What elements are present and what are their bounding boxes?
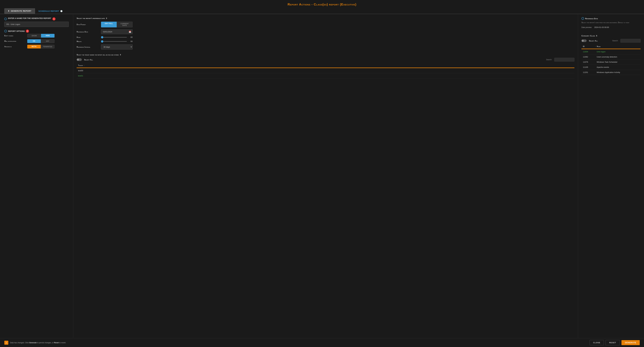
warning-icon: ⚠ bbox=[4, 341, 8, 345]
reset-button[interactable]: Reset bbox=[606, 340, 620, 345]
badge-1: 1 bbox=[52, 17, 56, 20]
schedule-icon: 🕐 bbox=[60, 10, 63, 12]
archive-tenants-btn[interactable]: Tenant(s) bbox=[41, 45, 54, 48]
reference-date-input[interactable] bbox=[101, 29, 132, 34]
category-name-11004: Unix logon bbox=[597, 51, 606, 53]
category-row-11105[interactable]: 11105 Apache events bbox=[582, 65, 640, 70]
section-reference-date: Select the report's reference date 3 Dat… bbox=[77, 17, 574, 53]
mail-notification-label: Mail notification bbox=[4, 40, 27, 42]
tenant-toggle-knob bbox=[77, 59, 79, 61]
category-controls: Select All Search: bbox=[582, 39, 640, 42]
section4-label: Select the tenant where the report will … bbox=[77, 54, 119, 56]
category-toggle-knob bbox=[582, 40, 584, 42]
generate-button[interactable]: Generate bbox=[622, 340, 640, 345]
section2-label: Report Options bbox=[8, 30, 25, 32]
close-button[interactable]: Close bbox=[590, 340, 604, 345]
tenant-col-label: Tenant bbox=[78, 64, 83, 66]
page-title: Report Actions - Class(es) report (Execu… bbox=[0, 0, 644, 8]
mail-on-btn[interactable]: On bbox=[27, 39, 41, 43]
category-row-11004[interactable]: 11004 Unix logon bbox=[582, 49, 640, 54]
section-tenant: Select the tenant where the report will … bbox=[77, 54, 574, 78]
ref-date-desc: Select the report's data from this date … bbox=[582, 21, 640, 24]
reference-interval-select[interactable]: 30 days 7 days 90 days 180 days 365 days bbox=[101, 44, 132, 49]
category-name-11105: Apache events bbox=[597, 66, 609, 68]
hour-value: 00 bbox=[128, 36, 132, 38]
info-icon-2: i bbox=[4, 30, 7, 32]
tenant-controls: Select All Search: bbox=[77, 58, 574, 61]
tenant-select-all-label: Select All bbox=[84, 59, 93, 61]
category-id-11062: 11062 bbox=[583, 56, 594, 58]
tenant-list: test00 test01 bbox=[77, 68, 574, 78]
hour-slider-wrap: 00 bbox=[101, 36, 132, 38]
name-col-label: Name bbox=[597, 45, 639, 47]
empty-nodes-toggle: Show Hide bbox=[27, 34, 54, 37]
category-select-all-label: Select All bbox=[589, 40, 598, 42]
tenant-row-test00[interactable]: test00 bbox=[77, 68, 574, 73]
minute-label: Minute bbox=[77, 40, 100, 42]
tenant-search-input[interactable] bbox=[554, 58, 574, 61]
category-table-header: ID ↑ Name bbox=[582, 44, 640, 49]
badge-2: 2 bbox=[26, 29, 29, 33]
empty-nodes-show-btn[interactable]: Show bbox=[27, 34, 41, 37]
archive-both-btn[interactable]: Both bbox=[27, 45, 41, 48]
ref-date-info-title-text: Reference Date bbox=[585, 17, 598, 20]
category-row-11201[interactable]: 11201 Windows Application Activity bbox=[582, 70, 640, 75]
category-row-11076[interactable]: 11076 Windows Task Scheduler bbox=[582, 59, 640, 65]
bottom-bar: ⚠ Data has changed. Click Generate to pe… bbox=[0, 338, 644, 347]
mail-notification-toggle: On Off bbox=[27, 39, 54, 43]
empty-nodes-hide-btn[interactable]: Hide bbox=[41, 34, 54, 37]
category-id-11004: 11004 bbox=[583, 51, 594, 53]
tab-generate-label: Generate Report bbox=[11, 10, 32, 12]
date-format-current-btn[interactable]: Current date bbox=[117, 22, 132, 27]
category-search-label: Search: bbox=[612, 40, 618, 42]
info-icon-1: i bbox=[4, 18, 7, 20]
date-format-day-full-btn[interactable]: Day full bbox=[101, 22, 117, 27]
section3-label: Select the report's reference date bbox=[77, 17, 105, 19]
category-name-11062: Users anomaly detection bbox=[597, 56, 617, 58]
calendar-icon: 📅 bbox=[129, 31, 131, 33]
category-id-11105: 11105 bbox=[583, 66, 594, 68]
date-preview-label: Date preview: bbox=[582, 26, 592, 28]
schedule-label: Schedule Report bbox=[38, 10, 59, 12]
minute-slider[interactable] bbox=[101, 41, 127, 42]
generate-icon: ⬇ bbox=[8, 10, 10, 12]
hour-label: Hour bbox=[77, 36, 100, 38]
msg-prefix: Data has changed. Click bbox=[10, 342, 29, 344]
tab-generate[interactable]: ⬇ Generate Report bbox=[4, 8, 35, 14]
bottom-bar-message: Data has changed. Click Generate to pers… bbox=[10, 342, 588, 344]
date-preview: Date preview: 2024-01-03 00:00 bbox=[582, 26, 640, 28]
category-name-11076: Windows Task Scheduler bbox=[597, 61, 618, 63]
tenant-row-test01[interactable]: test01 bbox=[77, 73, 574, 78]
archive-in-label: Archive in bbox=[4, 46, 27, 48]
tenant-sort-icon[interactable]: ↑ bbox=[84, 65, 85, 66]
msg-middle: to persist changes, or bbox=[37, 342, 54, 344]
category-name-11201: Windows Application Activity bbox=[597, 71, 620, 73]
reference-interval-label: Reference Interval bbox=[77, 46, 100, 48]
category-select-all-toggle[interactable] bbox=[582, 39, 586, 42]
tenant-search-label: Search: bbox=[546, 59, 552, 61]
category-search-input[interactable] bbox=[620, 39, 640, 42]
msg-suffix: to revert. bbox=[59, 342, 66, 344]
report-name-input[interactable] bbox=[4, 22, 69, 27]
category-row-11062[interactable]: 11062 Users anomaly detection bbox=[582, 54, 640, 59]
minute-value: 00 bbox=[128, 40, 132, 42]
tenant-table-header: Tenant ↑ bbox=[77, 63, 574, 68]
id-col-label: ID bbox=[583, 45, 594, 47]
right-panels: Select the report's reference date 3 Dat… bbox=[73, 14, 644, 338]
section5-label: Category: Class bbox=[582, 35, 595, 37]
tab-schedule[interactable]: Schedule Report 🕐 bbox=[35, 8, 66, 14]
category-list: 11004 Unix logon 11062 Users anomaly det… bbox=[582, 49, 640, 75]
date-preview-value: 2024-01-03 00:00 bbox=[594, 26, 609, 28]
msg-generate-link: Generate bbox=[29, 342, 36, 344]
tenant-select-all-toggle[interactable] bbox=[77, 58, 82, 61]
msg-reset-link: Reset bbox=[54, 342, 59, 344]
ref-date-info-section: i Reference Date Select the report's dat… bbox=[582, 17, 640, 28]
category-id-11201: 11201 bbox=[583, 71, 594, 73]
mail-off-btn[interactable]: Off bbox=[41, 39, 54, 43]
main-content: i Enter a name for the generated report … bbox=[0, 14, 644, 338]
minute-slider-wrap: 00 bbox=[101, 40, 132, 42]
middle-panel: Select the report's reference date 3 Dat… bbox=[73, 14, 578, 338]
id-sort-icon[interactable]: ↑ bbox=[595, 46, 596, 47]
hour-slider[interactable] bbox=[101, 37, 127, 37]
empty-nodes-label: Empty nodes bbox=[4, 35, 27, 37]
